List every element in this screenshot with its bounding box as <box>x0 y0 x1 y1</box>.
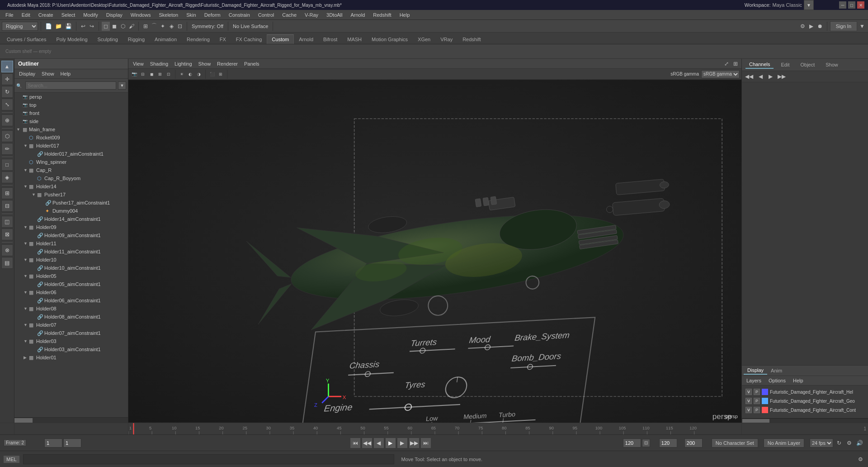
snap-point-btn[interactable]: ✦ <box>159 22 167 31</box>
xray-tool[interactable]: ⊗ <box>1 244 13 256</box>
vp-tb-shadow[interactable]: ◑ <box>195 70 203 79</box>
redo-btn[interactable]: ↪ <box>88 22 96 31</box>
vp-menu-renderer[interactable]: Renderer <box>214 60 241 67</box>
paint-btn[interactable]: 🖌 <box>127 22 136 31</box>
frame-end-1[interactable] <box>623 438 641 448</box>
menu-vray[interactable]: V-Ray <box>301 11 322 19</box>
tree-item-holder07-aim[interactable]: 🔗 Holder07_aimConstraint1 <box>14 329 128 337</box>
sign-in-btn[interactable]: Sign In <box>830 21 857 31</box>
right-panel-scrollbar-thumb[interactable] <box>742 419 769 423</box>
render-settings-btn[interactable]: ⚙ <box>799 22 807 31</box>
lasso-btn[interactable]: ⬡ <box>119 22 127 31</box>
rotate-tool[interactable]: ↻ <box>1 86 13 98</box>
tree-item-persp[interactable]: 📷 persp <box>14 93 128 101</box>
tree-item-holder017[interactable]: ▼ ▦ Holder017 <box>14 142 128 150</box>
channels-tab-edit[interactable]: Edit <box>777 61 793 68</box>
menu-edit[interactable]: Edit <box>18 11 34 19</box>
tree-item-main-frame[interactable]: ▼ ▦ Main_frame <box>14 125 128 133</box>
layer-p-3[interactable]: P <box>754 407 760 413</box>
cycle-btn[interactable]: ↻ <box>835 438 843 448</box>
trax-tool[interactable]: ▤ <box>1 257 13 269</box>
shelf-tab-rendering[interactable]: Rendering <box>182 34 215 44</box>
tree-item-pusher17-aim[interactable]: 🔗 Pusher17_aimConstraint1 <box>14 199 128 207</box>
rigging-tool[interactable]: ⊠ <box>1 229 13 240</box>
mode-select[interactable]: Rigging <box>2 22 38 31</box>
vp-menu-panels[interactable]: Panels <box>241 60 262 67</box>
timeline-ruler[interactable]: 1 5 10 15 20 25 30 35 40 45 50 <box>128 423 741 434</box>
menu-arnold[interactable]: Arnold <box>347 11 368 19</box>
outliner-filter-btn[interactable]: ▼ <box>118 81 126 90</box>
vp-menu-shading[interactable]: Shading <box>147 60 171 67</box>
vp-tb-camera[interactable]: 📷 <box>130 70 138 79</box>
outliner-menu-help[interactable]: Help <box>58 70 74 77</box>
menu-skeleton[interactable]: Skeleton <box>155 11 182 19</box>
tree-item-wing-spinner[interactable]: ⬡ Wing_spinner <box>14 158 128 166</box>
layers-menu-layers[interactable]: Layers <box>744 377 764 384</box>
layers-menu-options[interactable]: Options <box>766 377 788 384</box>
shelf-tab-curves[interactable]: Curves / Surfaces <box>2 34 51 44</box>
audio-btn[interactable]: 🔊 <box>855 438 864 448</box>
tree-item-holder03[interactable]: ▼ ▦ Holder03 <box>14 337 128 345</box>
vp-menu-view[interactable]: View <box>130 60 146 67</box>
settings-btn[interactable]: ⚙ <box>845 438 853 448</box>
frame-range-start[interactable] <box>44 438 62 448</box>
channels-tab-channels[interactable]: Channels <box>745 61 774 69</box>
render-btn[interactable]: ▶ <box>807 22 816 31</box>
channels-fwd-btn[interactable]: ▶ <box>766 72 774 81</box>
tree-item-holder14-aim[interactable]: 🔗 Holder14_aimConstraint1 <box>14 215 128 223</box>
shelf-tab-animation[interactable]: Animation <box>150 34 182 44</box>
vp-tb-smooth[interactable]: ◼ <box>147 70 156 79</box>
outliner-h-scrollbar-thumb[interactable] <box>14 418 33 423</box>
shelf-tab-rigging[interactable]: Rigging <box>123 34 150 44</box>
tree-item-holder01[interactable]: ▶ ▦ Holder01 <box>14 353 128 362</box>
display-tab[interactable]: Display <box>744 367 767 375</box>
menu-file[interactable]: File <box>2 11 17 19</box>
outliner-tree[interactable]: 📷 persp 📷 top 📷 front 📷 side ▼ <box>14 93 128 417</box>
menu-display[interactable]: Display <box>103 11 126 19</box>
outliner-menu-display[interactable]: Display <box>16 70 38 77</box>
play-btn[interactable]: ▶ <box>385 438 396 448</box>
shelf-tab-poly[interactable]: Poly Modeling <box>51 34 92 44</box>
tree-item-front[interactable]: 📷 front <box>14 109 128 117</box>
lasso-tool[interactable]: ⬡ <box>1 130 13 142</box>
maximize-btn[interactable]: □ <box>848 1 855 9</box>
ncloth-tool[interactable]: ◫ <box>1 216 13 228</box>
vp-tb-all[interactable]: ⊡ <box>165 70 173 79</box>
uv-tool[interactable]: ⊞ <box>1 187 13 199</box>
tree-item-holder06-aim[interactable]: 🔗 Holder06_aimConstraint1 <box>14 296 128 305</box>
layer-vis-3[interactable]: V <box>745 407 752 413</box>
shelf-tab-mash[interactable]: MASH <box>342 34 367 44</box>
outliner-menu-show[interactable]: Show <box>39 70 57 77</box>
goto-start-btn[interactable]: ⏮ <box>350 438 361 448</box>
shelf-tab-xgen[interactable]: XGen <box>413 34 435 44</box>
frame-total-end[interactable] <box>684 438 703 448</box>
menu-modify[interactable]: Modify <box>80 11 101 19</box>
vp-tb-lighting-1[interactable]: ☀ <box>178 70 186 79</box>
close-btn[interactable]: ✕ <box>857 1 864 9</box>
tree-item-holder11[interactable]: ▼ ▦ Holder11 <box>14 239 128 248</box>
menu-control[interactable]: Control <box>255 11 278 19</box>
snap-curve-btn[interactable]: ⌒ <box>150 22 158 31</box>
select-tool[interactable]: ▲ <box>1 61 13 72</box>
ipr-btn[interactable]: ⏺ <box>816 22 824 31</box>
vp-isolate-btn[interactable]: ⊞ <box>731 59 740 68</box>
sign-in-dropdown[interactable]: ▼ <box>858 22 866 31</box>
tree-item-holder10-aim[interactable]: 🔗 Holder10_aimConstraint1 <box>14 264 128 272</box>
workspace-dropdown-btn[interactable]: ▼ <box>804 0 814 10</box>
tree-item-side[interactable]: 📷 side <box>14 117 128 125</box>
search-input[interactable] <box>25 81 116 90</box>
vp-tb-wireframe[interactable]: ⊟ <box>139 70 147 79</box>
menu-redshift[interactable]: Redshift <box>369 11 395 19</box>
paint-tool[interactable]: ✏ <box>1 143 13 155</box>
menu-skin[interactable]: Skin <box>183 11 199 19</box>
anim-tab[interactable]: Anim <box>767 367 786 374</box>
timeline-area[interactable]: 1 5 10 15 20 25 30 35 40 45 50 <box>0 423 868 434</box>
tree-item-holder05-aim[interactable]: 🔗 Holder05_aimConstraint1 <box>14 280 128 288</box>
mel-input[interactable] <box>23 454 394 464</box>
scale-tool[interactable]: ⤡ <box>1 99 13 110</box>
layer-vis-2[interactable]: V <box>745 398 752 404</box>
shelf-tab-motion[interactable]: Motion Graphics <box>367 34 413 44</box>
tree-item-holder09[interactable]: ▼ ▦ Holder09 <box>14 223 128 231</box>
channels-next-btn[interactable]: ▶▶ <box>776 72 787 81</box>
vp-tb-lighting-2[interactable]: ◐ <box>186 70 194 79</box>
